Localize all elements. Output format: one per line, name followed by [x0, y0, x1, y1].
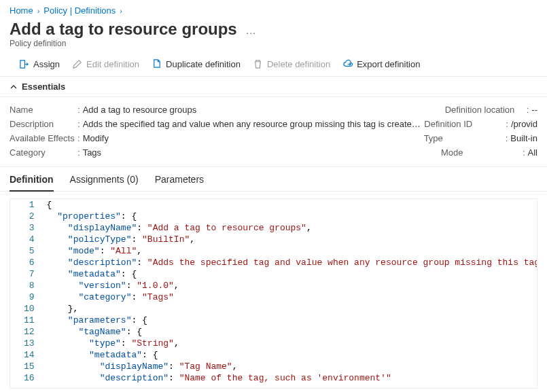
chevron-right-icon: › [120, 7, 122, 15]
command-bar: Assign Edit definition Duplicate definit… [0, 55, 547, 77]
ess-effects-label: Available Effects [10, 133, 77, 143]
page-subtitle: Policy definition [0, 39, 547, 55]
tab-definition[interactable]: Definition [10, 174, 54, 192]
ess-name-label: Name [10, 105, 77, 115]
ess-defid-value: /provid [511, 119, 537, 129]
essentials-label: Essentials [22, 82, 65, 92]
ess-desc-value: Adds the specified tag and value when an… [83, 119, 425, 129]
page-title: Add a tag to resource groups [10, 20, 237, 39]
title-bar: Add a tag to resource groups ··· [0, 17, 547, 39]
assign-icon [19, 59, 29, 69]
ess-mode-value: All [528, 147, 537, 158]
ess-mode-label: Mode [441, 147, 523, 158]
json-editor[interactable]: 12345678910111213141516 { "properties": … [10, 198, 537, 389]
tab-assignments[interactable]: Assignments (0) [70, 174, 139, 191]
essentials-panel: Name : Add a tag to resource groups Defi… [0, 97, 547, 167]
ess-defloc-label: Definition location [445, 105, 527, 115]
ess-defid-label: Definition ID [424, 119, 506, 129]
breadcrumb: Home › Policy | Definitions › [0, 0, 547, 17]
more-icon[interactable]: ··· [246, 27, 256, 38]
ess-type-value: Built-in [510, 133, 537, 143]
tab-parameters[interactable]: Parameters [155, 174, 204, 191]
ess-type-label: Type [424, 133, 506, 143]
pencil-icon [72, 59, 82, 69]
ess-effects-value: Modify [83, 133, 109, 143]
trash-icon [253, 59, 263, 69]
tab-bar: Definition Assignments (0) Parameters [0, 167, 547, 192]
chevron-up-icon [10, 83, 18, 91]
duplicate-definition-button[interactable]: Duplicate definition [152, 59, 241, 69]
ess-category-value: Tags [83, 147, 101, 158]
ess-name-value: Add a tag to resource groups [83, 105, 197, 115]
cloud-export-icon [342, 59, 353, 69]
editor-code[interactable]: { "properties": { "displayName": "Add a … [43, 199, 537, 384]
copy-icon [152, 59, 162, 69]
ess-desc-label: Description [10, 119, 77, 129]
delete-definition-button: Delete definition [253, 59, 330, 69]
chevron-right-icon: › [37, 7, 40, 15]
assign-button[interactable]: Assign [19, 59, 60, 69]
edit-definition-button: Edit definition [72, 59, 139, 69]
export-definition-button[interactable]: Export definition [342, 59, 420, 69]
ess-category-label: Category [10, 147, 77, 158]
breadcrumb-home[interactable]: Home [10, 5, 33, 16]
editor-gutter: 12345678910111213141516 [10, 199, 43, 384]
essentials-toggle[interactable]: Essentials [0, 77, 547, 97]
breadcrumb-policy[interactable]: Policy | Definitions [43, 5, 116, 16]
ess-defloc-value: -- [531, 105, 537, 115]
